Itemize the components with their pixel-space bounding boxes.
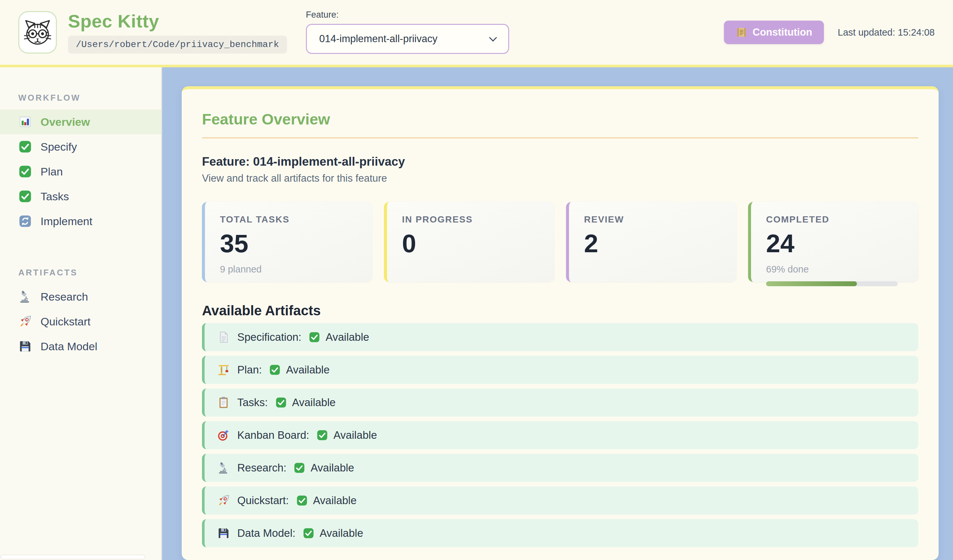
crane-icon	[217, 363, 230, 376]
artifact-status: Available	[333, 429, 377, 441]
feature-heading: Feature: 014-implement-all-priivacy	[202, 155, 918, 169]
progress-track	[766, 281, 898, 286]
check-icon	[18, 140, 32, 154]
chevron-down-icon	[489, 34, 497, 42]
stat-card-total-tasks: TOTAL TASKS 35 9 planned	[202, 202, 372, 282]
artifact-name: Quickstart:	[237, 494, 289, 507]
artifact-name: Plan:	[237, 364, 262, 376]
bar-chart-icon	[18, 115, 32, 129]
artifact-status: Available	[292, 396, 336, 409]
microscope-icon	[18, 290, 32, 304]
sidebar-item-label: Quickstart	[40, 315, 90, 328]
feature-select-group: Feature: 014-implement-all-priivacy	[306, 10, 509, 54]
check-icon	[269, 364, 281, 376]
artifact-name: Data Model:	[237, 527, 295, 540]
sidebar-item-label: Research	[40, 290, 88, 303]
sidebar-item-plan[interactable]: Plan	[0, 159, 161, 184]
check-icon	[18, 164, 32, 178]
artifact-name: Specification:	[237, 331, 301, 343]
microscope-icon	[217, 461, 230, 475]
artifact-name: Kanban Board:	[237, 429, 309, 441]
artifact-row-data-model: Data Model: Available	[202, 519, 918, 547]
check-icon	[303, 527, 314, 539]
artifact-row-kanban-board: Kanban Board: Available	[202, 421, 918, 449]
scroll-icon	[736, 26, 747, 38]
stat-card-in-progress: IN PROGRESS 0	[384, 202, 554, 282]
stat-label: TOTAL TASKS	[220, 214, 357, 225]
check-icon	[275, 397, 287, 408]
content: WORKFLOW Overview Specify Plan Tasks Imp…	[0, 67, 953, 560]
artifact-status: Available	[286, 364, 329, 376]
feature-label: Feature:	[306, 10, 509, 20]
sidebar-item-tasks[interactable]: Tasks	[0, 184, 161, 209]
stat-value: 2	[584, 231, 721, 256]
app-root: Spec Kitty /Users/robert/Code/priivacy_b…	[0, 0, 953, 560]
workflow-heading: WORKFLOW	[18, 93, 161, 103]
sidebar-item-label: Data Model	[40, 340, 98, 353]
app-title: Spec Kitty	[68, 11, 287, 31]
artifact-status: Available	[320, 527, 363, 540]
check-icon	[296, 495, 308, 506]
sidebar-item-label: Overview	[40, 116, 90, 129]
sidebar-item-quickstart[interactable]: Quickstart	[0, 309, 161, 334]
stat-value: 35	[220, 231, 357, 256]
check-icon	[309, 331, 320, 343]
available-artifacts-title: Available Artifacts	[202, 303, 918, 318]
check-icon	[317, 429, 328, 441]
sidebar-item-overview[interactable]: Overview	[0, 109, 161, 134]
artifact-name: Research:	[237, 462, 286, 474]
stats-row: TOTAL TASKS 35 9 planned IN PROGRESS 0 R…	[202, 202, 918, 282]
sidebar-item-label: Specify	[40, 141, 77, 153]
floppy-icon	[217, 527, 230, 540]
page-title: Feature Overview	[202, 110, 918, 128]
rocket-icon	[217, 494, 230, 507]
artifacts-heading: ARTIFACTS	[18, 268, 161, 278]
artifact-name: Tasks:	[237, 396, 268, 409]
artifact-row-specification: Specification: Available	[202, 323, 918, 351]
check-icon	[18, 189, 32, 203]
header-right: Constitution Last updated: 15:24:08	[724, 20, 935, 44]
sidebar-item-data-model[interactable]: Data Model	[0, 334, 161, 359]
artifact-row-plan: Plan: Available	[202, 356, 918, 384]
sidebar-item-label: Implement	[40, 215, 93, 228]
artifact-row-research: Research: Available	[202, 454, 918, 482]
stat-label: IN PROGRESS	[402, 214, 539, 225]
clipboard-icon	[217, 396, 230, 409]
sidebar-item-label: Tasks	[40, 190, 69, 203]
feature-select[interactable]: 014-implement-all-priivacy	[306, 24, 509, 54]
constitution-button[interactable]: Constitution	[724, 20, 824, 44]
project-path: /Users/robert/Code/priivacy_benchmark	[68, 36, 287, 54]
horizontal-scrollbar-thumb[interactable]	[1, 555, 145, 559]
stat-card-review: REVIEW 2	[566, 202, 736, 282]
rocket-icon	[18, 315, 32, 328]
floppy-icon	[18, 340, 32, 353]
stat-label: REVIEW	[584, 214, 721, 225]
sidebar: WORKFLOW Overview Specify Plan Tasks Imp…	[0, 67, 162, 560]
stat-card-completed: COMPLETED 24 69% done	[748, 202, 918, 282]
sidebar-item-implement[interactable]: Implement	[0, 209, 161, 234]
sidebar-item-specify[interactable]: Specify	[0, 134, 161, 159]
sidebar-item-label: Plan	[40, 165, 63, 178]
artifact-status: Available	[313, 494, 357, 507]
document-icon	[217, 330, 230, 344]
feature-subtitle: View and track all artifacts for this fe…	[202, 172, 918, 184]
stat-sub: 69% done	[766, 264, 903, 275]
app-logo	[18, 11, 57, 54]
refresh-icon	[18, 214, 32, 228]
artifact-status: Available	[310, 462, 354, 474]
artifact-row-quickstart: Quickstart: Available	[202, 487, 918, 515]
cat-logo-icon	[23, 17, 53, 47]
title-column: Spec Kitty /Users/robert/Code/priivacy_b…	[68, 11, 287, 54]
stat-sub: 9 planned	[220, 264, 357, 275]
progress-fill	[766, 281, 857, 286]
stat-value: 0	[402, 231, 539, 256]
sidebar-item-research[interactable]: Research	[0, 284, 161, 309]
artifact-status: Available	[326, 331, 369, 343]
check-icon	[293, 462, 305, 474]
stat-label: COMPLETED	[766, 214, 903, 225]
target-icon	[217, 429, 230, 442]
main-area: Feature Overview Feature: 014-implement-…	[162, 67, 953, 560]
last-updated: Last updated: 15:24:08	[838, 27, 935, 38]
header: Spec Kitty /Users/robert/Code/priivacy_b…	[0, 0, 953, 67]
constitution-button-label: Constitution	[753, 26, 812, 38]
